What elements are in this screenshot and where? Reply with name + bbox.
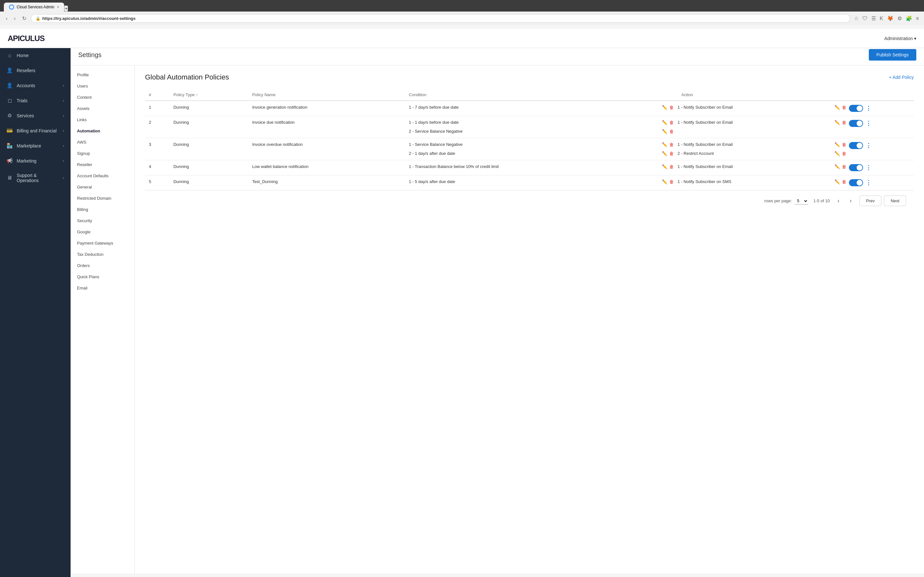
- delete-action-icon[interactable]: 🗑: [842, 142, 846, 147]
- settings-nav-orders[interactable]: Orders: [71, 260, 134, 271]
- edit-condition-icon[interactable]: ✏️: [662, 179, 667, 184]
- policy-toggle[interactable]: [849, 105, 863, 112]
- sidebar-item-services[interactable]: ⚙ Services ›: [0, 108, 71, 123]
- sidebar-item-trials[interactable]: ◻ Trials ›: [0, 93, 71, 108]
- settings-nav-aws[interactable]: AWS: [71, 137, 134, 148]
- policy-toggle[interactable]: [849, 142, 863, 149]
- settings-nav-general[interactable]: General: [71, 181, 134, 193]
- settings-nav-quick-plans[interactable]: Quick Plans: [71, 271, 134, 282]
- browser-toolbar: ‹ › ↻ 🔒 https://try.apiculus.io/admin/#/…: [0, 11, 924, 25]
- edit-action-icon[interactable]: ✏️: [835, 179, 840, 184]
- extension-icon[interactable]: 🦊: [886, 14, 895, 23]
- more-options-icon[interactable]: ⋮: [866, 120, 871, 127]
- settings-nav-email[interactable]: Email: [71, 282, 134, 293]
- prev-page-icon-button[interactable]: ‹: [835, 196, 842, 205]
- profile-icon[interactable]: K: [879, 15, 885, 23]
- edit-condition-icon[interactable]: ✏️: [662, 164, 667, 169]
- delete-action-icon[interactable]: 🗑: [842, 120, 846, 125]
- delete-action-icon[interactable]: 🗑: [842, 164, 846, 169]
- delete-condition-icon[interactable]: 🗑: [669, 142, 674, 147]
- settings-nav-google[interactable]: Google: [71, 226, 134, 237]
- bookmark-icon[interactable]: ☆: [853, 14, 860, 23]
- policy-toggle[interactable]: [849, 120, 863, 127]
- sidebar-item-support[interactable]: 🖥 Support & Operations ›: [0, 168, 71, 187]
- url-display: https://try.apiculus.io/admin/#/account-…: [42, 16, 845, 21]
- delete-condition-icon[interactable]: 🗑: [669, 105, 674, 110]
- sidebar-item-marketing[interactable]: 📢 Marketing ›: [0, 153, 71, 168]
- delete-action-icon[interactable]: 🗑: [842, 105, 846, 110]
- settings-nav-reseller[interactable]: Reseller: [71, 159, 134, 170]
- forward-button[interactable]: ›: [12, 15, 17, 23]
- back-button[interactable]: ‹: [4, 15, 9, 23]
- rows-per-page: rows per page: 5 10 25: [764, 197, 808, 205]
- settings-nav-automation[interactable]: Automation: [71, 125, 134, 137]
- tab-bar: Cloud Services Admin × +: [4, 3, 920, 11]
- delete-condition-icon[interactable]: 🗑: [669, 129, 674, 134]
- more-options-icon[interactable]: ⋮: [866, 179, 871, 186]
- delete-condition-icon[interactable]: 🗑: [669, 120, 674, 125]
- edit-action-icon[interactable]: ✏️: [835, 142, 840, 147]
- cell-num: 5: [145, 175, 170, 190]
- delete-action-icon[interactable]: 🗑: [842, 179, 846, 184]
- chevron-marketplace-icon: ›: [63, 143, 64, 148]
- publish-settings-button[interactable]: Publish Settings: [869, 49, 916, 61]
- settings-nav-account-defaults[interactable]: Account Defaults: [71, 170, 134, 181]
- sidebar-item-billing[interactable]: 💳 Billing and Financial ›: [0, 123, 71, 138]
- settings-nav-assets[interactable]: Assets: [71, 103, 134, 114]
- new-tab-button[interactable]: +: [64, 5, 68, 11]
- settings-nav-restricted-domain[interactable]: Restricted Domain: [71, 193, 134, 204]
- more-options-icon[interactable]: ⋮: [866, 142, 871, 149]
- settings-icon[interactable]: ⚙: [896, 14, 903, 23]
- next-button[interactable]: Next: [884, 195, 906, 206]
- more-options-icon[interactable]: ⋮: [866, 164, 871, 171]
- next-page-icon-button[interactable]: ›: [847, 196, 855, 205]
- settings-nav-links[interactable]: Links: [71, 114, 134, 125]
- app-header: APICULUS Administration ▾: [0, 29, 924, 48]
- cell-policy-type: Dunning: [170, 101, 248, 116]
- edit-action-icon[interactable]: ✏️: [835, 151, 840, 156]
- settings-nav-signup[interactable]: Signup: [71, 148, 134, 159]
- menu-icon[interactable]: ≡: [915, 15, 920, 23]
- edit-action-icon[interactable]: ✏️: [835, 105, 840, 110]
- edit-condition-icon[interactable]: ✏️: [662, 129, 667, 134]
- admin-menu[interactable]: Administration ▾: [884, 36, 916, 41]
- edit-action-icon[interactable]: ✏️: [835, 164, 840, 169]
- edit-condition-icon[interactable]: ✏️: [662, 142, 667, 147]
- edit-condition-icon[interactable]: ✏️: [662, 120, 667, 125]
- settings-nav-users[interactable]: Users: [71, 81, 134, 92]
- delete-condition-icon[interactable]: 🗑: [669, 164, 674, 169]
- shield-icon[interactable]: 🛡: [861, 15, 869, 23]
- more-options-icon[interactable]: ⋮: [866, 105, 871, 112]
- tab-close-button[interactable]: ×: [57, 5, 59, 9]
- refresh-button[interactable]: ↻: [20, 14, 28, 23]
- sidebar-item-resellers[interactable]: 👤 Resellers: [0, 63, 71, 78]
- prev-button[interactable]: Prev: [859, 195, 882, 206]
- add-policy-button[interactable]: + Add Policy: [889, 75, 914, 80]
- settings-nav-tax-deduction[interactable]: Tax Deduction: [71, 249, 134, 260]
- cell-condition: 1 - Service Balance Negative ✏️ 🗑 2 - 1 …: [405, 138, 678, 160]
- settings-nav-security[interactable]: Security: [71, 215, 134, 226]
- edit-condition-icon[interactable]: ✏️: [662, 105, 667, 110]
- extensions-icon[interactable]: 🧩: [905, 14, 913, 23]
- policy-toggle[interactable]: [849, 164, 863, 171]
- settings-nav-content[interactable]: Content: [71, 92, 134, 103]
- reader-icon[interactable]: ☰: [870, 14, 877, 23]
- settings-nav-payment-gateways[interactable]: Payment Gateways: [71, 237, 134, 249]
- policy-toggle[interactable]: [849, 179, 863, 186]
- delete-condition-icon[interactable]: 🗑: [669, 151, 674, 156]
- chevron-trials-icon: ›: [63, 98, 64, 103]
- cell-num: 3: [145, 138, 170, 160]
- edit-action-icon[interactable]: ✏️: [835, 120, 840, 125]
- sidebar-item-accounts[interactable]: 👤 Accounts ›: [0, 78, 71, 93]
- delete-condition-icon[interactable]: 🗑: [669, 179, 674, 184]
- active-tab[interactable]: Cloud Services Admin ×: [4, 3, 64, 11]
- sidebar-item-home[interactable]: ⌂ Home: [0, 48, 71, 63]
- action-text: 1 - Notify Subscriber on Email: [678, 164, 833, 169]
- settings-nav-profile[interactable]: Profile: [71, 69, 134, 81]
- delete-action-icon[interactable]: 🗑: [842, 151, 846, 156]
- sidebar-item-marketplace[interactable]: 🏪 Marketplace ›: [0, 138, 71, 153]
- settings-nav-billing[interactable]: Billing: [71, 204, 134, 215]
- rows-per-page-select[interactable]: 5 10 25: [795, 197, 808, 205]
- edit-condition-icon[interactable]: ✏️: [662, 151, 667, 156]
- address-bar[interactable]: 🔒 https://try.apiculus.io/admin/#/accoun…: [31, 14, 850, 23]
